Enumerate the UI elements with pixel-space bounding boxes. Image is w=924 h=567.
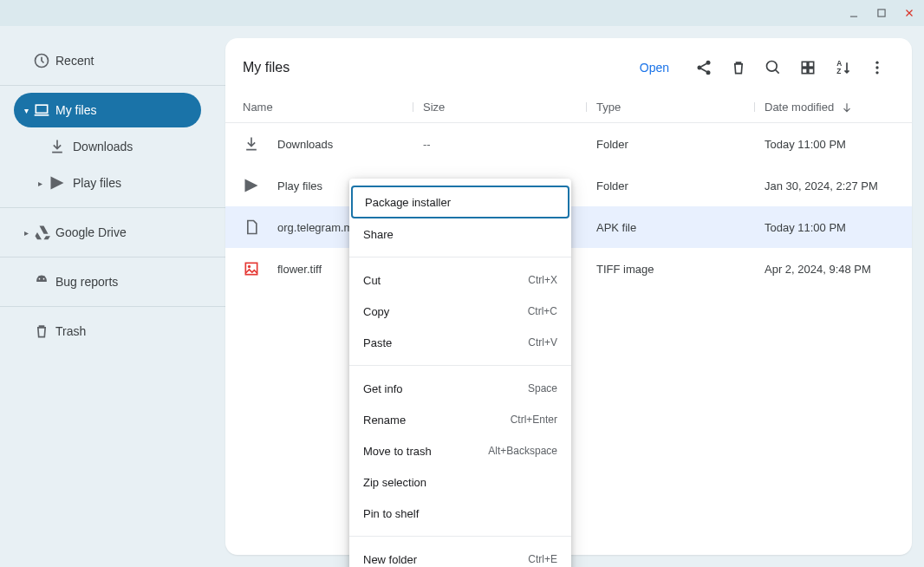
toolbar: My files Open AZ bbox=[225, 38, 912, 92]
menu-divider bbox=[349, 536, 571, 537]
sidebar-item-drive[interactable]: ▸ Google Drive bbox=[14, 215, 201, 250]
file-type: Folder bbox=[596, 179, 765, 192]
sort-button[interactable]: AZ bbox=[825, 50, 860, 85]
sidebar-label: Downloads bbox=[73, 140, 133, 153]
context-menu: Package installer Share CutCtrl+X CopyCt… bbox=[349, 179, 571, 567]
menu-item-copy[interactable]: CopyCtrl+C bbox=[349, 296, 571, 327]
disclosure-right-icon: ▸ bbox=[33, 179, 47, 188]
arrow-down-icon bbox=[841, 101, 853, 114]
share-button[interactable] bbox=[686, 50, 721, 85]
divider bbox=[0, 85, 225, 86]
menu-item-rename[interactable]: RenameCtrl+Enter bbox=[349, 404, 571, 435]
sidebar-item-recent[interactable]: Recent bbox=[14, 43, 201, 78]
menu-item-share[interactable]: Share bbox=[349, 218, 571, 250]
file-date: Jan 30, 2024, 2:27 PM bbox=[765, 179, 895, 192]
svg-point-5 bbox=[43, 278, 45, 280]
page-title: My files bbox=[243, 60, 640, 75]
sidebar-label: Google Drive bbox=[55, 225, 127, 239]
svg-rect-3 bbox=[36, 105, 47, 113]
sidebar-item-bugreports[interactable]: Bug reports bbox=[14, 264, 201, 299]
drive-icon bbox=[33, 224, 50, 241]
svg-rect-10 bbox=[802, 62, 807, 67]
file-date: Apr 2, 2024, 9:48 PM bbox=[765, 263, 895, 276]
svg-point-9 bbox=[767, 62, 778, 72]
minimize-button[interactable] bbox=[848, 7, 860, 19]
svg-point-16 bbox=[875, 62, 878, 64]
file-type: TIFF image bbox=[596, 263, 765, 276]
column-header-date[interactable]: Date modified bbox=[765, 101, 895, 114]
menu-item-trash[interactable]: Move to trashAlt+Backspace bbox=[349, 435, 571, 466]
file-date: Today 11:00 PM bbox=[765, 221, 895, 234]
svg-rect-13 bbox=[809, 68, 814, 74]
menu-divider bbox=[349, 365, 571, 366]
menu-item-getinfo[interactable]: Get infoSpace bbox=[349, 373, 571, 404]
svg-rect-0 bbox=[850, 16, 857, 17]
disclosure-right-icon: ▸ bbox=[19, 228, 33, 238]
close-button[interactable] bbox=[903, 7, 915, 19]
svg-point-17 bbox=[875, 66, 878, 68]
titlebar bbox=[0, 0, 924, 26]
sidebar-label: Recent bbox=[55, 54, 94, 68]
svg-point-4 bbox=[39, 278, 41, 280]
more-button[interactable] bbox=[860, 50, 895, 85]
sidebar: Recent ▾ My files Downloads ▸ Play files… bbox=[0, 26, 225, 567]
laptop-icon bbox=[33, 101, 50, 119]
file-row-downloads[interactable]: Downloads -- Folder Today 11:00 PM bbox=[225, 123, 912, 165]
svg-point-7 bbox=[698, 66, 702, 70]
menu-item-package-installer[interactable]: Package installer bbox=[351, 186, 569, 218]
svg-rect-1 bbox=[878, 10, 885, 16]
trash-icon bbox=[33, 323, 50, 340]
column-header-size[interactable]: Size bbox=[423, 101, 596, 114]
file-name: Downloads bbox=[277, 138, 423, 151]
menu-item-zip[interactable]: Zip selection bbox=[349, 466, 571, 498]
svg-rect-19 bbox=[245, 263, 257, 274]
column-header-name[interactable]: Name bbox=[243, 101, 423, 114]
sidebar-label: My files bbox=[55, 103, 96, 117]
column-header-row: Name Size Type Date modified bbox=[225, 92, 912, 123]
delete-button[interactable] bbox=[721, 50, 756, 85]
menu-item-pin[interactable]: Pin to shelf bbox=[349, 498, 571, 529]
disclosure-down-icon: ▾ bbox=[19, 106, 33, 115]
svg-text:Z: Z bbox=[836, 67, 841, 75]
svg-rect-12 bbox=[802, 68, 807, 74]
sidebar-label: Bug reports bbox=[55, 275, 118, 289]
divider bbox=[0, 257, 225, 257]
sidebar-item-myfiles[interactable]: ▾ My files bbox=[14, 93, 201, 127]
sidebar-item-playfiles[interactable]: ▸ Play files bbox=[14, 166, 201, 200]
sidebar-label: Trash bbox=[55, 324, 86, 338]
download-icon bbox=[243, 135, 277, 153]
sidebar-item-trash[interactable]: Trash bbox=[14, 314, 201, 349]
sidebar-label: Play files bbox=[73, 176, 121, 190]
column-header-type[interactable]: Type bbox=[596, 101, 765, 114]
play-icon bbox=[49, 174, 66, 192]
grid-view-button[interactable] bbox=[791, 50, 825, 85]
maximize-button[interactable] bbox=[875, 7, 888, 19]
menu-divider bbox=[349, 257, 571, 257]
download-icon bbox=[49, 138, 66, 155]
play-icon bbox=[243, 177, 277, 194]
open-button[interactable]: Open bbox=[640, 61, 669, 75]
sidebar-item-downloads[interactable]: Downloads bbox=[14, 129, 201, 164]
android-icon bbox=[33, 273, 50, 290]
column-header-date-label: Date modified bbox=[765, 101, 834, 114]
svg-point-20 bbox=[248, 265, 251, 268]
file-date: Today 11:00 PM bbox=[765, 138, 895, 151]
file-type: Folder bbox=[596, 138, 765, 151]
svg-point-6 bbox=[706, 61, 711, 65]
svg-point-8 bbox=[706, 70, 711, 75]
file-size: -- bbox=[423, 138, 596, 151]
svg-rect-11 bbox=[809, 62, 814, 67]
file-type: APK file bbox=[596, 221, 765, 234]
clock-icon bbox=[33, 52, 50, 69]
search-button[interactable] bbox=[756, 50, 791, 85]
menu-item-newfolder[interactable]: New folderCtrl+E bbox=[349, 544, 571, 567]
menu-item-paste[interactable]: PasteCtrl+V bbox=[349, 327, 571, 358]
divider bbox=[0, 207, 225, 208]
file-icon bbox=[243, 218, 277, 236]
divider bbox=[0, 306, 225, 307]
image-icon bbox=[243, 260, 277, 277]
menu-item-cut[interactable]: CutCtrl+X bbox=[349, 264, 571, 296]
svg-point-18 bbox=[875, 71, 878, 74]
